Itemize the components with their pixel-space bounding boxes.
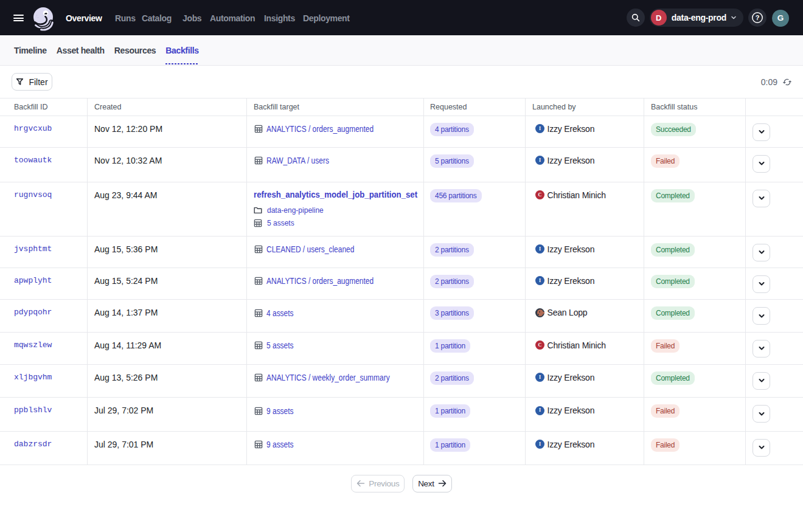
svg-text:?: ? [756,14,760,21]
